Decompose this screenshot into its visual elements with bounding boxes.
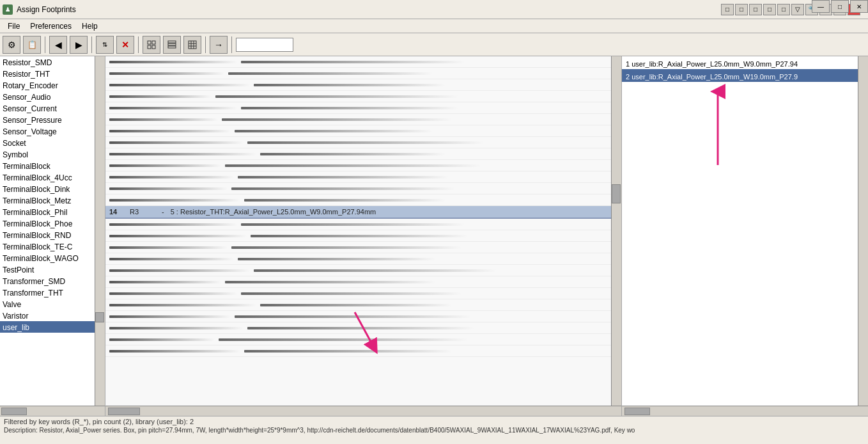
search-input[interactable] [236,38,293,52]
table-row[interactable] [105,311,611,322]
right-item-1[interactable]: 2 user_lib:R_Axial_Power_L25.0mm_W19.0mm… [622,69,858,82]
center-scroll-area: 14 R3 - 5 : Resistor_THT:R_Axial_Power_L… [105,56,621,406]
table-row[interactable] [105,171,611,183]
svg-rect-7 [189,41,196,49]
table-row[interactable] [105,137,611,148]
toolbar-icon-5[interactable]: □ [777,4,790,15]
table-row[interactable] [105,219,611,230]
left-item-20[interactable]: Transformer_THT [0,287,95,298]
right-panel: 1 user_lib:R_Axial_Power_L25.0mm_W9.0mm_… [621,56,868,416]
left-item-23[interactable]: user_lib [0,321,95,333]
table-row[interactable] [105,79,611,91]
left-item-4[interactable]: Sensor_Current [0,102,95,114]
table-row[interactable] [105,265,611,276]
menu-preferences[interactable]: Preferences [25,20,77,32]
center-vscrollbar[interactable] [611,56,621,406]
forward-button[interactable]: ▶ [70,36,88,54]
table-row[interactable] [105,125,611,137]
open-button[interactable]: 📋 [23,36,41,54]
menu-bar: File Preferences Help [0,19,868,33]
table-row[interactable] [105,68,611,79]
table-row[interactable] [105,230,611,242]
toolbar-icon-4[interactable]: □ [763,4,776,15]
highlighted-table-row[interactable]: 14 R3 - 5 : Resistor_THT:R_Axial_Power_L… [105,206,611,219]
left-item-14[interactable]: TerminalBlock_Phoe [0,218,95,229]
table-row[interactable] [105,148,611,160]
left-item-8[interactable]: Symbol [0,148,95,160]
toolbar-icon-6[interactable]: ▽ [791,4,804,15]
left-item-5[interactable]: Sensor_Pressure [0,114,95,125]
left-item-12[interactable]: TerminalBlock_Metz [0,194,95,206]
filter-pins-button[interactable]: ⇅ [96,36,114,54]
settings-button[interactable]: ⚙ [3,36,20,54]
right-hscrollbar[interactable] [622,406,868,416]
left-item-21[interactable]: Valve [0,298,95,310]
left-item-7[interactable]: Socket [0,137,95,148]
left-item-16[interactable]: TerminalBlock_TE-C [0,241,95,252]
title-text: Assign Footprints [17,5,76,14]
left-item-10[interactable]: TerminalBlock_4Ucc [0,171,95,183]
left-vscrollbar[interactable] [95,56,105,406]
status-line2: Description: Resistor, Axial_Power serie… [4,427,864,434]
table-row[interactable] [105,160,611,171]
left-item-1[interactable]: Resistor_THT [0,68,95,79]
svg-rect-3 [152,45,155,49]
title-left: ♟ Assign Footprints [3,4,76,15]
table-row[interactable] [105,91,611,102]
menu-file[interactable]: File [3,20,25,32]
close-button[interactable]: ✕ [850,0,868,13]
left-item-3[interactable]: Sensor_Audio [0,91,95,102]
left-item-13[interactable]: TerminalBlock_Phil [0,206,95,218]
left-list[interactable]: Resistor_SMD Resistor_THT Rotary_Encoder… [0,56,95,406]
back-button[interactable]: ◀ [49,36,67,54]
left-item-19[interactable]: Transformer_SMD [0,275,95,287]
minimize-button[interactable]: — [812,0,830,13]
table-row[interactable] [105,183,611,194]
table-row[interactable] [105,322,611,334]
table-row[interactable] [105,253,611,265]
table-row[interactable] [105,345,611,357]
menu-help[interactable]: Help [77,20,103,32]
center-table[interactable]: 14 R3 - 5 : Resistor_THT:R_Axial_Power_L… [105,56,611,406]
annotation-arrow-right [699,82,737,171]
right-item-0[interactable]: 1 user_lib:R_Axial_Power_L25.0mm_W9.0mm_… [622,56,858,69]
separator-2 [91,36,92,53]
table-row[interactable] [105,56,611,68]
toolbar-icon-1[interactable]: □ [721,4,734,15]
grid1-button[interactable] [143,36,160,54]
left-item-2[interactable]: Rotary_Encoder [0,79,95,91]
left-item-22[interactable]: Varistor [0,310,95,321]
arrow-button[interactable]: → [210,36,228,54]
grid3-button[interactable] [183,36,201,54]
svg-rect-6 [168,46,176,48]
table-row[interactable] [105,299,611,311]
maximize-button[interactable]: □ [831,0,849,13]
left-item-17[interactable]: TerminalBlock_WAGO [0,252,95,264]
title-controls: — □ ✕ [812,0,868,13]
svg-rect-5 [168,44,176,45]
table-row[interactable] [105,288,611,299]
left-item-11[interactable]: TerminalBlock_Dink [0,183,95,194]
left-item-18[interactable]: TestPoint [0,264,95,275]
left-item-0[interactable]: Resistor_SMD [0,56,95,68]
table-row[interactable] [105,276,611,288]
filter-clear-button[interactable]: ✕ [116,36,134,54]
table-row[interactable] [105,242,611,253]
title-bar: ♟ Assign Footprints □ □ □ □ □ ▽ 🔧 ⚙ ▶ ✕ … [0,0,868,19]
table-row[interactable] [105,334,611,345]
toolbar-icon-3[interactable]: □ [749,4,762,15]
svg-rect-2 [148,45,151,49]
left-hscrollbar[interactable] [0,406,105,416]
separator-3 [138,36,139,53]
left-item-9[interactable]: TerminalBlock [0,160,95,171]
grid2-button[interactable] [163,36,181,54]
table-row[interactable] [105,102,611,114]
toolbar-icon-2[interactable]: □ [735,4,748,15]
left-item-15[interactable]: TerminalBlock_RND [0,229,95,241]
right-vscrollbar[interactable] [858,56,868,406]
table-row[interactable] [105,114,611,125]
center-hscrollbar[interactable] [105,406,621,416]
left-item-6[interactable]: Sensor_Voltage [0,125,95,137]
table-row[interactable] [105,194,611,206]
toolbar: ⚙ 📋 ◀ ▶ ⇅ ✕ → [0,33,868,56]
